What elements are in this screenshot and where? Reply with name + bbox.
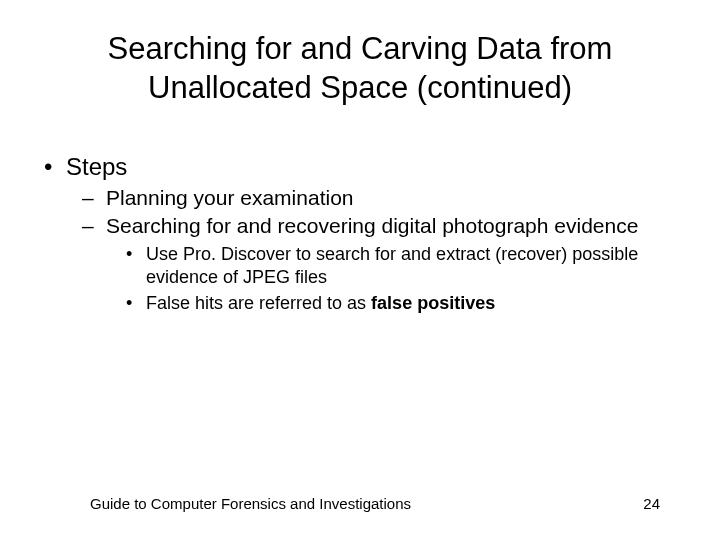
bullet-steps-text: Steps	[66, 153, 127, 180]
subsub-falsehits: False hits are referred to as false posi…	[146, 292, 680, 315]
footer-text: Guide to Computer Forensics and Investig…	[90, 495, 411, 512]
slide-title: Searching for and Carving Data from Unal…	[40, 30, 680, 108]
sub-searching: Searching for and recovering digital pho…	[106, 213, 680, 315]
falsehits-prefix: False hits are referred to as	[146, 293, 371, 313]
subsub-prodiscover: Use Pro. Discover to search for and extr…	[146, 243, 680, 290]
sub-planning: Planning your examination	[106, 185, 680, 211]
slide-footer: Guide to Computer Forensics and Investig…	[0, 495, 720, 512]
falsehits-bold: false positives	[371, 293, 495, 313]
bullet-steps: Steps Planning your examination Searchin…	[66, 153, 680, 316]
page-number: 24	[643, 495, 660, 512]
slide-content: Steps Planning your examination Searchin…	[40, 153, 680, 316]
sub-searching-text: Searching for and recovering digital pho…	[106, 214, 638, 237]
